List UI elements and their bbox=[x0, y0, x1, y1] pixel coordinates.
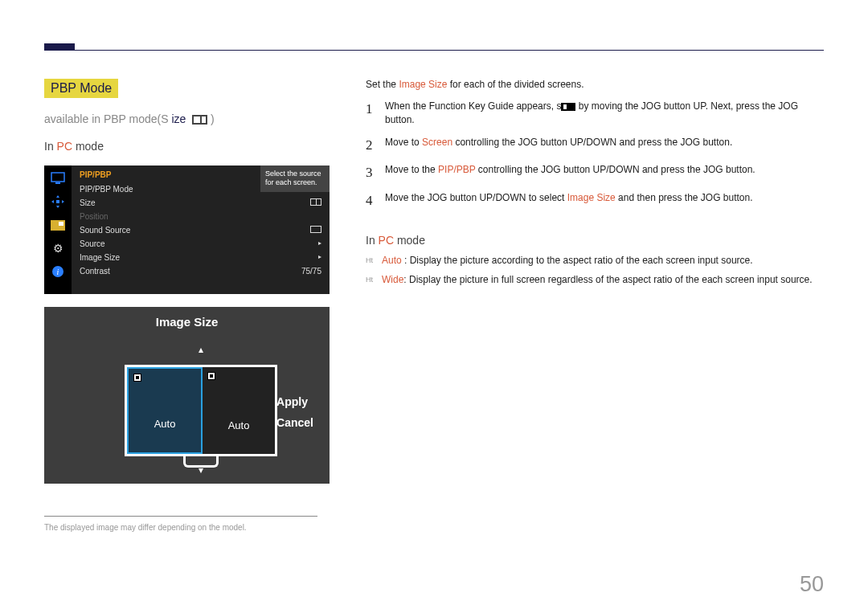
page: 50 PBP Mode available in PBP mode(S ize … bbox=[0, 0, 868, 613]
step-text: Move to Screen controlling the JOG butto… bbox=[385, 136, 732, 149]
footnote: The displayed image may differ depending… bbox=[44, 523, 330, 532]
chevron-down-icon[interactable]: ▾ bbox=[199, 464, 203, 476]
pbp-split-icon bbox=[192, 115, 207, 125]
step-number: 4 bbox=[366, 191, 385, 211]
in-pc-mode-heading: In PC mode bbox=[366, 234, 824, 247]
step-4: 4 Move the JOG button UP/DOWN to select … bbox=[366, 191, 824, 211]
rinpc-pc: PC bbox=[379, 234, 394, 247]
intro-text: Set the Image Size for each of the divid… bbox=[366, 79, 824, 90]
step-3: 3 Move to the PIP/PBP controlling the JO… bbox=[366, 163, 824, 183]
screen-right-value: Auto bbox=[228, 419, 250, 454]
osd-row-image[interactable]: Image Size▸ bbox=[72, 251, 330, 264]
osd-menu: ⚙ i Select the source for each screen. P… bbox=[44, 166, 330, 294]
bullet-marker: Ht bbox=[366, 274, 382, 285]
step2-acc: Screen bbox=[422, 137, 452, 148]
availability-note: available in PBP mode(S ize ) bbox=[44, 112, 330, 125]
bullet-desc: : Display the picture in full screen reg… bbox=[403, 274, 812, 285]
step4-acc: Image Size bbox=[567, 192, 616, 203]
screen-left-value: Auto bbox=[154, 418, 176, 452]
avail-suffix: ) bbox=[211, 112, 215, 125]
step3-post: controlling the JOG button UP/DOWN and p… bbox=[476, 164, 755, 175]
info-icon[interactable]: i bbox=[50, 264, 66, 280]
osd-main: Select the source for each screen. PIP/P… bbox=[72, 166, 330, 294]
monitor-preview: Auto Auto bbox=[125, 365, 277, 468]
osd-sound-label: Sound Source bbox=[80, 226, 130, 235]
chevron-right-icon: ▸ bbox=[318, 253, 321, 262]
osd-tooltip: Select the source for each screen. bbox=[260, 166, 330, 192]
step-number: 3 bbox=[366, 163, 385, 183]
svg-rect-1 bbox=[55, 182, 60, 184]
footnote-rule bbox=[44, 516, 317, 517]
monitor-icon[interactable] bbox=[50, 170, 66, 186]
bullet-desc: : Display the picture according to the a… bbox=[402, 255, 753, 266]
step3-acc: PIP/PBP bbox=[438, 164, 475, 175]
step4-pre: Move the JOG button UP/DOWN to select bbox=[385, 192, 567, 203]
osd-contrast-label: Contrast bbox=[80, 267, 110, 276]
panel-title: Image Size bbox=[44, 307, 330, 333]
step2-post: controlling the JOG button UP/DOWN and p… bbox=[452, 137, 732, 148]
panel-buttons: Apply Cancel bbox=[276, 387, 313, 437]
step-text: Move to the PIP/PBP controlling the JOG … bbox=[385, 163, 755, 177]
apply-button[interactable]: Apply bbox=[276, 395, 313, 408]
inpc-pre: In bbox=[44, 140, 57, 153]
source-indicator-icon bbox=[133, 374, 141, 382]
screen-right[interactable]: Auto bbox=[203, 367, 275, 454]
step-number: 2 bbox=[366, 136, 385, 156]
bullet-text: Auto : Display the picture according to … bbox=[382, 255, 753, 266]
move-icon[interactable] bbox=[50, 194, 66, 210]
header-rule bbox=[44, 50, 824, 51]
svg-rect-4 bbox=[59, 222, 63, 226]
step3-pre: Move to the bbox=[385, 164, 438, 175]
select-icon bbox=[561, 103, 575, 111]
left-column: PBP Mode available in PBP mode(S ize ) I… bbox=[44, 79, 330, 532]
bullet-wide: Ht Wide: Display the picture in full scr… bbox=[366, 274, 824, 285]
step-number: 1 bbox=[366, 100, 385, 120]
intro-pre: Set the bbox=[366, 79, 399, 90]
steps-list: 1 When the Function Key Guide appears, s… bbox=[366, 100, 824, 211]
section-heading: PBP Mode bbox=[44, 79, 118, 98]
cancel-button[interactable]: Cancel bbox=[276, 416, 313, 429]
bullet-marker: Ht bbox=[366, 255, 382, 266]
osd-row-source[interactable]: Source▸ bbox=[72, 237, 330, 251]
osd-image-label: Image Size bbox=[80, 253, 120, 262]
right-column: Set the Image Size for each of the divid… bbox=[366, 79, 824, 285]
step1-pre: When the Function Key Guide appears, s bbox=[385, 100, 561, 112]
osd-sidebar: ⚙ i bbox=[44, 166, 72, 294]
step4-post: and then press the JOG button. bbox=[616, 192, 753, 203]
osd-row-sound[interactable]: Sound Source bbox=[72, 223, 330, 237]
osd-row-contrast[interactable]: Contrast75/75 bbox=[72, 264, 330, 278]
inpc-pc: PC bbox=[57, 140, 72, 153]
bullet-auto: Ht Auto : Display the picture according … bbox=[366, 255, 824, 266]
full-mini-icon bbox=[310, 226, 321, 233]
rinpc-suf: mode bbox=[394, 234, 425, 247]
avail-mid: ize bbox=[172, 112, 186, 125]
pbp-mini-icon bbox=[310, 198, 321, 206]
bullet-text: Wide: Display the picture in full screen… bbox=[382, 274, 813, 285]
screen-left[interactable]: Auto bbox=[127, 367, 203, 454]
gear-icon[interactable]: ⚙ bbox=[50, 240, 66, 256]
osd-contrast-value: 75/75 bbox=[301, 267, 321, 276]
chevron-right-icon: ▸ bbox=[318, 239, 321, 248]
osd-mode-label: PIP/PBP Mode bbox=[80, 185, 133, 194]
rinpc-pre: In bbox=[366, 234, 379, 247]
chevron-up-icon[interactable]: ▴ bbox=[199, 344, 203, 355]
step-1: 1 When the Function Key Guide appears, s… bbox=[366, 100, 824, 128]
osd-row-size[interactable]: Size bbox=[72, 196, 330, 210]
source-indicator-icon bbox=[207, 372, 215, 380]
osd-row-position: Position bbox=[72, 210, 330, 223]
in-pc-mode-label: In PC mode bbox=[44, 140, 330, 153]
step-text: Move the JOG button UP/DOWN to select Im… bbox=[385, 191, 753, 205]
pip-icon[interactable] bbox=[50, 217, 66, 233]
avail-prefix: available in PBP mode(S bbox=[44, 112, 169, 125]
osd-source-label: Source bbox=[80, 239, 105, 248]
step2-pre: Move to bbox=[385, 137, 422, 148]
step-2: 2 Move to Screen controlling the JOG but… bbox=[366, 136, 824, 156]
step-text: When the Function Key Guide appears, s b… bbox=[385, 100, 824, 128]
intro-post: for each of the divided screens. bbox=[447, 79, 583, 90]
header-tab bbox=[44, 43, 75, 50]
monitor-frame: Auto Auto bbox=[125, 365, 277, 456]
inpc-suf: mode bbox=[72, 140, 104, 153]
bullet-acc: Wide bbox=[382, 274, 403, 285]
page-number: 50 bbox=[800, 572, 824, 597]
osd-size-label: Size bbox=[80, 198, 95, 207]
